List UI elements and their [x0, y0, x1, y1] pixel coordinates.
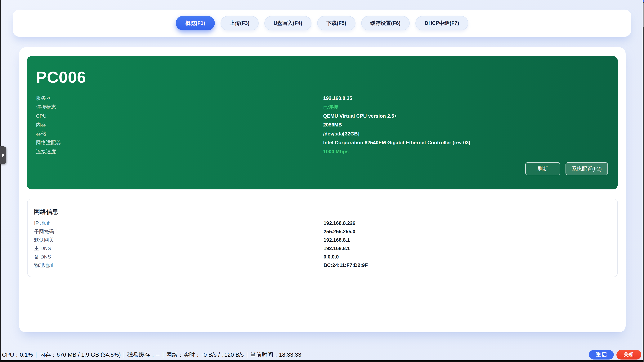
network-info-row: 子网掩码 255.255.255.0 — [34, 227, 611, 236]
row-label: 连接状态 — [36, 104, 323, 110]
status-disk-cache: 磁盘缓存：-- — [127, 351, 160, 359]
power-actions: 重启 关机 — [589, 350, 641, 360]
status-separator: | — [246, 352, 248, 358]
row-label: 主 DNS — [34, 245, 324, 252]
system-config-button[interactable]: 系统配置(F2) — [566, 162, 608, 175]
scrollbar-track[interactable] — [643, 0, 644, 362]
tab-group: 概览(F1) 上传(F3) U盘写入(F4) 下载(F5) 缓存设置(F6) D… — [176, 16, 468, 30]
network-info-row: 物理地址 BC:24:11:F7:D2:9F — [34, 261, 611, 269]
sidebar-expand-handle[interactable] — [0, 146, 6, 164]
row-label: 默认网关 — [34, 237, 324, 243]
row-label: 子网掩码 — [34, 228, 324, 235]
network-info-title: 网络信息 — [34, 209, 58, 215]
connection-status-badge: 已连接 — [323, 104, 608, 110]
row-value: 192.168.8.226 — [324, 220, 611, 226]
refresh-button[interactable]: 刷新 — [525, 162, 560, 175]
network-info-row: IP 地址 192.168.8.226 — [34, 219, 611, 227]
tab-overview[interactable]: 概览(F1) — [176, 16, 215, 30]
tab-bar: 概览(F1) 上传(F3) U盘写入(F4) 下载(F5) 缓存设置(F6) D… — [13, 9, 631, 37]
network-info-card: 网络信息 IP 地址 192.168.8.226 子网掩码 255.255.25… — [27, 199, 618, 277]
device-panel-actions: 刷新 系统配置(F2) — [525, 162, 608, 175]
row-label: CPU — [36, 113, 323, 119]
status-separator: | — [123, 352, 125, 358]
device-info-row: 网络适配器 Intel Corporation 82540EM Gigabit … — [36, 138, 608, 147]
row-value: 192.168.8.1 — [324, 237, 611, 243]
tab-upload[interactable]: 上传(F3) — [220, 16, 259, 30]
device-name: PC006 — [36, 69, 86, 85]
row-label: 内存 — [36, 121, 323, 128]
network-info-row: 备 DNS 0.0.0.0 — [34, 253, 611, 261]
network-info-list: IP 地址 192.168.8.226 子网掩码 255.255.255.0 默… — [34, 219, 611, 269]
device-info-row: 连接速度 1000 Mbps — [36, 147, 608, 156]
device-overview-panel: PC006 服务器 192.168.8.35 连接状态 已连接 CPU QEMU… — [27, 56, 618, 189]
row-value: Intel Corporation 82540EM Gigabit Ethern… — [323, 140, 608, 146]
row-value: QEMU Virtual CPU version 2.5+ — [323, 113, 608, 119]
row-label: 存储 — [36, 130, 323, 137]
network-info-row: 主 DNS 192.168.8.1 — [34, 244, 611, 253]
status-network: 网络：实时：↑0 B/s / ↓120 B/s — [166, 351, 244, 359]
restart-button[interactable]: 重启 — [589, 350, 614, 360]
row-label: 服务器 — [36, 95, 323, 102]
device-info-row: 服务器 192.168.8.35 — [36, 94, 608, 103]
tab-cache-settings[interactable]: 缓存设置(F6) — [361, 16, 410, 30]
status-separator: | — [162, 352, 164, 358]
link-speed-badge: 1000 Mbps — [323, 149, 608, 155]
tab-usb-write[interactable]: U盘写入(F4) — [264, 16, 312, 30]
row-label: 物理地址 — [34, 262, 324, 269]
status-memory: 内存：676 MB / 1.9 GB (34.5%) — [40, 351, 121, 359]
status-cpu: CPU：0.1% — [2, 351, 33, 359]
row-label: 网络适配器 — [36, 139, 323, 146]
window-bottom-border — [0, 360, 644, 362]
row-value: /dev/sda[32GB] — [323, 131, 608, 137]
row-value: 192.168.8.1 — [324, 246, 611, 251]
device-info-row: 连接状态 已连接 — [36, 103, 608, 112]
main-panel: PC006 服务器 192.168.8.35 连接状态 已连接 CPU QEMU… — [19, 47, 626, 332]
device-info-row: CPU QEMU Virtual CPU version 2.5+ — [36, 111, 608, 120]
device-info-row: 内存 2056MB — [36, 120, 608, 129]
chevron-right-icon — [2, 153, 5, 157]
tab-dhcp-relay[interactable]: DHCP中继(F7) — [416, 16, 468, 30]
row-value: 192.168.8.35 — [323, 95, 608, 101]
status-time: 当前时间：18:33:33 — [250, 351, 301, 359]
row-value: BC:24:11:F7:D2:9F — [324, 262, 611, 268]
row-label: IP 地址 — [34, 220, 324, 227]
row-label: 连接速度 — [36, 148, 323, 155]
scrollbar-thumb[interactable] — [643, 3, 644, 27]
app-root: 概览(F1) 上传(F3) U盘写入(F4) 下载(F5) 缓存设置(F6) D… — [0, 0, 644, 362]
shutdown-button[interactable]: 关机 — [616, 350, 641, 360]
status-separator: | — [36, 352, 37, 358]
row-value: 2056MB — [323, 122, 608, 128]
device-info-list: 服务器 192.168.8.35 连接状态 已连接 CPU QEMU Virtu… — [36, 94, 608, 156]
status-bar: CPU：0.1% | 内存：676 MB / 1.9 GB (34.5%) | … — [0, 349, 644, 360]
device-info-row: 存储 /dev/sda[32GB] — [36, 129, 608, 138]
tab-download[interactable]: 下载(F5) — [317, 16, 356, 30]
row-value: 255.255.255.0 — [324, 229, 611, 235]
window-left-border — [0, 0, 1, 362]
row-label: 备 DNS — [34, 254, 324, 260]
row-value: 0.0.0.0 — [324, 254, 611, 260]
network-info-row: 默认网关 192.168.8.1 — [34, 236, 611, 244]
